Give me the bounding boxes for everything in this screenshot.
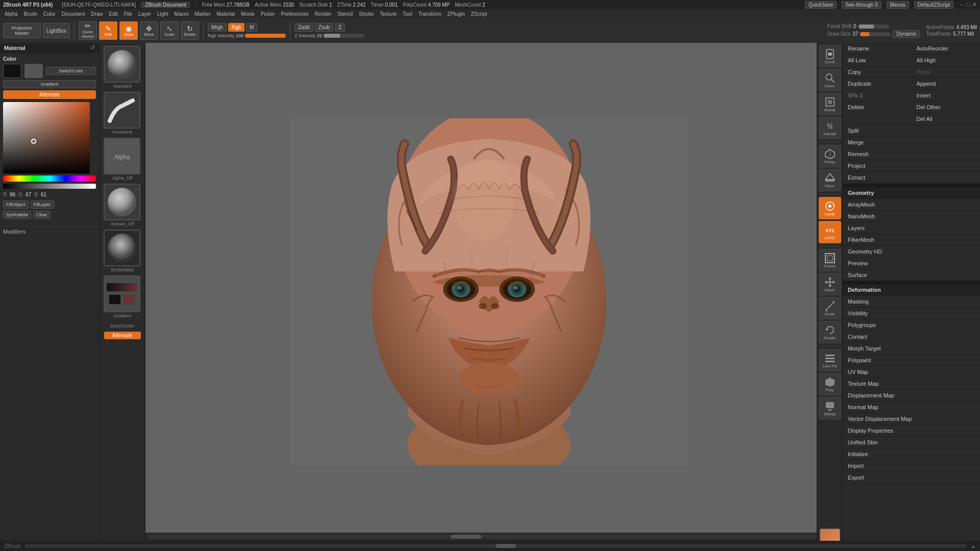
menu-draw[interactable]: Draw [88, 11, 105, 17]
menu-render[interactable]: Render [312, 11, 334, 17]
uv-map-button[interactable]: UV Map [843, 366, 980, 378]
secondary-color-swatch[interactable] [24, 64, 43, 78]
frame-tool-button[interactable]: Frame [819, 249, 841, 271]
aahalf-tool-button[interactable]: ½ AAHalf [819, 117, 841, 139]
lightbox-button[interactable]: LightBox [43, 23, 70, 38]
quicksave-button[interactable]: QuickSave [805, 1, 837, 9]
stamp-tool-button[interactable]: Stamp [819, 397, 841, 419]
menu-zplugin[interactable]: ZPlugin [445, 11, 468, 17]
export-button[interactable]: Export [843, 472, 980, 484]
menu-texture[interactable]: Texture [377, 11, 399, 17]
dynamic-button[interactable]: Dynamic [893, 30, 920, 38]
append-button[interactable]: Append [912, 78, 981, 90]
value-bar[interactable] [3, 184, 96, 189]
actual-tool-button[interactable]: Actual [819, 93, 841, 115]
fill-object-button[interactable]: FillObject [3, 201, 29, 209]
gradient-thumb[interactable]: Gradient [104, 276, 141, 318]
window-controls[interactable]: － □ ✕ [959, 1, 977, 9]
texture-off[interactable]: Texture_Off [104, 184, 141, 227]
menu-tool[interactable]: Tool [400, 11, 414, 17]
menu-movie[interactable]: Movie [238, 11, 257, 17]
menu-stroke[interactable]: Stroke [356, 11, 376, 17]
sys-palette-button[interactable]: SysPalette [3, 211, 31, 219]
menu-alpha[interactable]: Alpha [2, 11, 20, 17]
unified-skin-button[interactable]: Unified Skin [843, 437, 980, 448]
initialize-button[interactable]: Initialize [843, 448, 980, 460]
bottom-scrollbar[interactable] [24, 544, 967, 548]
brush-freehand[interactable]: Freehand [104, 92, 141, 135]
all-high-button[interactable]: All High [912, 55, 981, 66]
rgb-button[interactable]: Rgb [228, 23, 244, 32]
paste-button[interactable]: Paste [912, 66, 981, 78]
linefill-tool-button[interactable]: Line Fill [819, 349, 841, 371]
zsub-button[interactable]: Zsub [315, 23, 333, 32]
gradient-label-button[interactable]: Gradient [3, 80, 96, 88]
scroll-tool-button[interactable]: Scroll [819, 45, 841, 67]
zoom-tool-button[interactable]: Zoom [819, 69, 841, 91]
bottom-arrow[interactable]: ▲ [971, 543, 976, 549]
geometry-hd-button[interactable]: Geometry HD [843, 246, 980, 258]
menu-picker[interactable]: Picker [258, 11, 278, 17]
quick-sketch-button[interactable]: ✏ QuickSketch [79, 21, 97, 40]
draw-button[interactable]: ◉ Draw [119, 21, 138, 40]
mrgb-button[interactable]: Mrgb [208, 23, 227, 32]
oxyz-tool-button[interactable]: XYZ oXYZ [819, 221, 841, 243]
color-picker[interactable] [3, 102, 90, 173]
arraymesh-button[interactable]: ArrayMesh [843, 199, 980, 211]
persp-tool-button[interactable]: Persp [819, 145, 841, 167]
canvas-area[interactable]: ▲ [145, 43, 832, 541]
polygroups-button[interactable]: Polygroups [843, 319, 980, 331]
floor-tool-button[interactable]: Floor [819, 169, 841, 191]
menu-layer[interactable]: Layer [136, 11, 154, 17]
tab-zbrush-document[interactable]: ZBrush Document [141, 2, 190, 8]
polypaint-button[interactable]: Polypaint [843, 355, 980, 366]
del-other-button[interactable]: Del Other [912, 102, 981, 113]
rename-button[interactable]: Rename [843, 43, 912, 55]
material-refresh-icon[interactable]: ↺ [90, 44, 95, 51]
normal-map-button[interactable]: Normal Map [843, 402, 980, 413]
menu-light[interactable]: Light [155, 11, 171, 17]
menu-edit[interactable]: Edit [107, 11, 120, 17]
canvas-scrollbar[interactable]: ▲ [145, 533, 832, 541]
menu-brush[interactable]: Brush [21, 11, 40, 17]
insert-button[interactable]: Insert [912, 90, 981, 102]
default-zscript-button[interactable]: DefaultZScript [914, 1, 953, 9]
menu-stencil[interactable]: Stencil [335, 11, 355, 17]
alpha-off[interactable]: Alpha Alpha_Off [104, 138, 141, 181]
copy-button[interactable]: Copy [843, 66, 912, 78]
menu-zscript[interactable]: ZScript [469, 11, 490, 17]
move-tool-button[interactable]: Move [819, 273, 841, 295]
merge-button[interactable]: Merge [843, 137, 912, 148]
bottom-scroll-thumb[interactable] [496, 544, 516, 548]
split-button[interactable]: Split [843, 125, 912, 137]
canvas-scroll-thumb[interactable] [451, 535, 481, 539]
display-properties-button[interactable]: Display Properties [843, 425, 980, 437]
z-button[interactable]: Z [335, 23, 345, 32]
preview-button[interactable]: Preview [843, 258, 980, 269]
projection-master-button[interactable]: ProjectionMaster [3, 23, 41, 38]
brush-standard[interactable]: Standard [104, 46, 141, 89]
morph-target-button[interactable]: Morph Target [843, 343, 980, 355]
delete-button[interactable]: Delete [843, 102, 912, 113]
z-intensity-slider[interactable] [324, 34, 364, 38]
switch-color-button[interactable]: SwitchColor [46, 67, 96, 75]
menu-macro[interactable]: Macro [172, 11, 191, 17]
layers-button[interactable]: Layers [843, 222, 980, 234]
autoreorder-button[interactable]: AutoReorder [912, 43, 981, 55]
all-low-button[interactable]: All Low [843, 55, 912, 66]
embedded-preview[interactable]: Embedded [104, 230, 141, 272]
import-button[interactable]: Import [843, 460, 980, 472]
menu-transform[interactable]: Transform [415, 11, 444, 17]
primary-color-swatch[interactable] [3, 64, 21, 78]
project-button[interactable]: Project [843, 160, 912, 172]
menu-preferences[interactable]: Preferences [279, 11, 311, 17]
menu-material[interactable]: Material [214, 11, 238, 17]
vector-displacement-map-button[interactable]: Vector Displacement Map [843, 413, 980, 425]
move-button[interactable]: ✥ Move [140, 21, 158, 40]
visibility-button[interactable]: Visibility [843, 308, 980, 319]
fibermesh-button[interactable]: FiberMesh [843, 234, 980, 246]
masking-button[interactable]: Masking [843, 296, 980, 308]
rotate-button[interactable]: ↻ Rotate [181, 21, 199, 40]
extract-button[interactable]: Extract [843, 172, 912, 184]
clear-button[interactable]: Clear [33, 211, 51, 219]
